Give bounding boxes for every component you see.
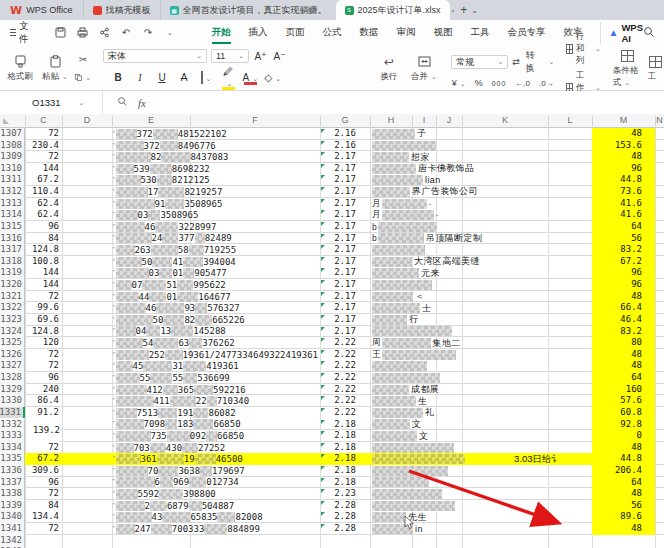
column-header-C[interactable]: C xyxy=(25,114,62,127)
merge-cells-button[interactable]: 合并⌄ xyxy=(409,55,439,83)
cell-date[interactable]: 2.18 xyxy=(320,465,370,477)
cell-c[interactable]: 96 xyxy=(25,477,59,489)
cell-c[interactable]: 72 xyxy=(25,360,59,372)
sheet-row[interactable]: 67.2'53082121252.17lian44.81311 xyxy=(0,174,664,186)
sheet-row[interactable]: 72'55923988002.23481338 xyxy=(0,488,664,500)
row-header-1325[interactable]: 1325 xyxy=(0,337,25,349)
cell-profit[interactable]: 64 xyxy=(592,372,642,384)
increase-font-icon[interactable]: A⁺ xyxy=(253,51,268,62)
cell-client[interactable] xyxy=(372,245,425,255)
share-icon[interactable] xyxy=(98,26,111,39)
row-header-1321[interactable]: 1321 xyxy=(0,291,25,303)
cell-client[interactable] xyxy=(372,361,427,371)
cell-c[interactable]: 96 xyxy=(25,221,59,233)
cell-client[interactable]: 成都展 xyxy=(372,385,439,395)
decimal-decrease-icon[interactable]: .0→ xyxy=(539,79,554,88)
cell-c[interactable]: 67.2 xyxy=(25,453,59,465)
decrease-font-icon[interactable]: A⁻ xyxy=(272,51,287,62)
align-center-icon[interactable] xyxy=(317,70,333,84)
sheet-grid[interactable]: 总利润 114529.44 72'3724815221022.16子481307… xyxy=(0,128,664,548)
cell-c[interactable]: 144 xyxy=(25,267,59,279)
cell-c[interactable]: 62.4 xyxy=(25,209,59,221)
column-header-H[interactable]: H xyxy=(370,114,412,127)
tab-page[interactable]: 页面 xyxy=(277,22,314,43)
sheet-row[interactable]: 96'4632289972.17b641315 xyxy=(0,221,664,233)
row-header-1331[interactable]: 1331 xyxy=(0,407,25,419)
row-header-1316[interactable]: 1316 xyxy=(0,233,25,245)
align-right-icon[interactable] xyxy=(335,70,351,84)
sheet-row[interactable]: 72'25219361/24773346493224193612.22王4813… xyxy=(0,349,664,361)
cell-c[interactable]: 99.6 xyxy=(25,302,59,314)
cell-c[interactable]: 124.8 xyxy=(25,326,59,338)
cell-client[interactable]: 文 xyxy=(372,431,428,441)
cell-date[interactable]: 2.17 xyxy=(320,221,370,233)
cell-date[interactable]: 2.17 xyxy=(320,198,370,210)
row-header-1312[interactable]: 1312 xyxy=(0,186,25,198)
cell-profit[interactable]: 80 xyxy=(592,337,642,349)
sheet-row[interactable]: 230.4'37284967762.16153.61308 xyxy=(0,140,664,152)
cell-client[interactable] xyxy=(372,489,442,499)
cell-client[interactable]: 士 xyxy=(372,303,431,313)
quick-access-caret[interactable]: ⌄ xyxy=(164,26,177,39)
sheet-row[interactable]: 69.6'50826652262.17行46.41323 xyxy=(0,314,664,326)
sheet-row[interactable]: 72'2477003338848992.28in481341 xyxy=(0,523,664,535)
cell-order-number[interactable]: '6969012734 xyxy=(113,477,318,487)
cell-profit[interactable]: 44.8 xyxy=(592,174,642,186)
indent-increase-icon[interactable] xyxy=(353,70,369,84)
cell-c[interactable]: 69.6 xyxy=(25,314,59,326)
cell-profit[interactable]: 96 xyxy=(592,267,642,279)
cell-date[interactable]: 2.17 xyxy=(320,209,370,221)
align-left-icon[interactable] xyxy=(299,70,315,84)
cell-date[interactable]: 2.22 xyxy=(320,384,370,396)
cell-profit[interactable]: 48 xyxy=(592,360,642,372)
sheet-row[interactable]: '735092668502.18文01333 xyxy=(0,430,664,442)
cell-profit[interactable]: 48 xyxy=(592,291,642,303)
fx-icon[interactable]: fx xyxy=(138,97,146,109)
row-header-1323[interactable]: 1323 xyxy=(0,314,25,326)
cut-icon[interactable]: ✂ xyxy=(75,53,91,66)
cell-date[interactable]: 2.18 xyxy=(320,419,370,431)
sheet-row[interactable]: 144'53986982322.17唐卡佛教饰品961310 xyxy=(0,163,664,175)
row-header-1341[interactable]: 1341 xyxy=(0,523,25,535)
tab-view[interactable]: 视图 xyxy=(425,22,462,43)
indent-decrease-icon[interactable] xyxy=(353,54,369,68)
cell-client[interactable] xyxy=(372,280,432,290)
cell-date[interactable]: 2.18 xyxy=(320,430,370,442)
cell-client[interactable] xyxy=(372,501,455,511)
cell-order-number[interactable]: '70343027252 xyxy=(113,443,318,453)
cell-profit[interactable]: 48 xyxy=(592,349,642,361)
sheet-row[interactable]: 139.2'7098183668502.18文92.81332 xyxy=(0,419,664,431)
column-header-I[interactable]: I xyxy=(412,114,436,127)
sheet-row[interactable]: 144'03019054772.17元来961319 xyxy=(0,267,664,279)
font-size-select[interactable]: 11⌄ xyxy=(211,49,249,63)
cell-profit[interactable]: 48 xyxy=(592,128,642,140)
wrap-text-button[interactable]: ↩ 换行 xyxy=(374,55,404,83)
column-header-N[interactable]: N xyxy=(655,114,664,127)
underline-button[interactable]: U xyxy=(155,72,170,83)
row-header-1342[interactable]: 1342 xyxy=(0,535,25,547)
tab-formula[interactable]: 公式 xyxy=(314,22,351,43)
cell-profit[interactable]: 41.6 xyxy=(592,198,642,210)
cell-client[interactable]: 月· xyxy=(372,210,439,220)
row-header-1324[interactable]: 1324 xyxy=(0,326,25,338)
row-header-1311[interactable]: 1311 xyxy=(0,174,25,186)
cell-order-number[interactable]: '5463376262 xyxy=(113,338,318,348)
row-header-1340[interactable]: 1340 xyxy=(0,511,25,523)
cell-client[interactable]: 生 xyxy=(372,396,427,406)
sheet-row[interactable]: 1342 xyxy=(0,535,664,547)
save-icon[interactable] xyxy=(54,26,67,39)
cell-c[interactable]: 67.2 xyxy=(25,174,59,186)
cell-date[interactable]: 2.17 xyxy=(320,186,370,198)
sheet-row[interactable]: 67.2'36119465002.183.03日给讠44.81335 xyxy=(0,453,664,465)
sheet-row[interactable]: 72'703430272522.18481334 xyxy=(0,442,664,454)
cell-date[interactable]: 2.22 xyxy=(320,360,370,372)
cell-profit[interactable]: 206.4 xyxy=(592,465,642,477)
file-menu-button[interactable]: 文件 xyxy=(0,20,40,46)
cell-date[interactable]: 2.17 xyxy=(320,151,370,163)
cell-c[interactable]: 144 xyxy=(25,279,59,291)
cell-client[interactable]: 先生 xyxy=(372,512,427,522)
cell-profit[interactable]: 48 xyxy=(592,151,642,163)
cell-date[interactable]: 2.28 xyxy=(320,523,370,535)
cell-order-number[interactable]: '828437083 xyxy=(113,152,318,162)
row-header-1320[interactable]: 1320 xyxy=(0,279,25,291)
